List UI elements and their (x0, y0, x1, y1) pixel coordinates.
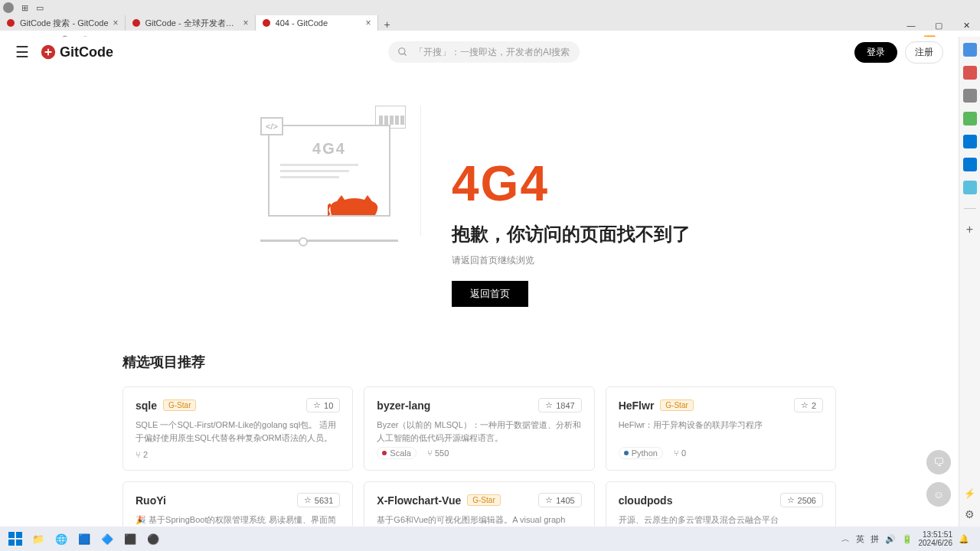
star-button[interactable]: ☆ 2506 (780, 493, 823, 507)
tray-date: 2024/6/26 (919, 539, 953, 547)
star-button[interactable]: ☆ 1847 (538, 398, 581, 412)
browser-tab-1[interactable]: GitCode - 全球开发者的开源社区 × (126, 15, 256, 31)
browser-tabbar: GitCode 搜索 - GitCode × GitCode - 全球开发者的开… (0, 15, 980, 31)
error-subtitle: 请返回首页继续浏览 (452, 254, 691, 267)
taskbar-app-icon[interactable]: 🟦 (74, 530, 95, 548)
sidepanel-add-button[interactable]: + (966, 223, 973, 236)
back-home-button[interactable]: 返回首页 (452, 281, 528, 307)
sidepanel-search-icon[interactable] (963, 43, 977, 57)
star-button[interactable]: ☆ 1405 (538, 493, 581, 507)
taskbar-obs-icon[interactable]: ⚫ (142, 530, 164, 548)
browser-tab-0[interactable]: GitCode 搜索 - GitCode × (0, 15, 126, 31)
tab-close-icon[interactable]: × (243, 18, 249, 28)
brand-logo-link[interactable]: GitCode (40, 44, 113, 60)
tray-chevron-icon[interactable]: ︿ (841, 533, 850, 545)
login-button[interactable]: 登录 (854, 42, 897, 63)
svg-point-2 (263, 19, 270, 27)
project-language: Scala (377, 447, 416, 459)
sidepanel-tools-icon[interactable] (963, 89, 977, 103)
sidepanel-shopping-icon[interactable] (963, 66, 977, 80)
taskbar-edge-icon[interactable]: 🌐 (51, 530, 72, 548)
register-button[interactable]: 注册 (905, 41, 943, 64)
tab-actions-icon[interactable]: ▭ (34, 2, 46, 14)
svg-rect-7 (8, 540, 15, 546)
gitcode-favicon-icon (262, 18, 271, 28)
project-name: sqle (136, 399, 157, 412)
svg-point-1 (132, 19, 140, 27)
hamburger-menu-icon[interactable]: ☰ (15, 43, 29, 61)
tab-close-icon[interactable]: × (113, 18, 119, 28)
help-button[interactable]: ☺ (926, 482, 951, 507)
error-title: 抱歉，你访问的页面找不到了 (452, 222, 691, 246)
svg-rect-6 (16, 532, 22, 538)
profile-icon[interactable] (3, 2, 14, 13)
tray-ime-mode[interactable]: 拼 (871, 533, 879, 545)
project-description: 🎉 基于SpringBoot的权限管理系统 易读易懂、界面简洁美观。 核心技术采… (136, 514, 340, 527)
fork-count: ⑂ 2 (136, 450, 148, 459)
tray-ime-lang[interactable]: 英 (856, 533, 864, 545)
star-count: 5631 (315, 496, 333, 505)
tray-clock[interactable]: 13:51:51 2024/6/26 (919, 530, 953, 547)
project-description: Byzer（以前的 MLSQL）：一种用于数据管道、分析和人工智能的低代码开源编… (377, 419, 581, 442)
project-description: 基于G6和Vue的可视化图形编辑器。A visual graph editor … (377, 514, 581, 527)
svg-rect-8 (16, 540, 22, 546)
search-input[interactable]: 「开搜」：一搜即达，开发者的AI搜索 (388, 41, 580, 63)
svg-point-0 (7, 19, 15, 27)
gitcode-logo-icon (40, 44, 57, 60)
project-name: X-Flowchart-Vue (377, 494, 461, 507)
svg-rect-5 (8, 532, 15, 538)
brand-name: GitCode (60, 44, 113, 60)
sidepanel-office-icon[interactable] (963, 135, 977, 148)
star-count: 10 (324, 401, 333, 410)
window-minimize-button[interactable]: — (897, 21, 925, 31)
star-button[interactable]: ☆ 10 (306, 398, 340, 412)
sidepanel-outlook-icon[interactable] (963, 158, 977, 171)
featured-cards-grid: sqle G-Star ☆ 10 SQLE 一个SQL-First/ORM-Li… (122, 386, 836, 527)
project-card[interactable]: sqle G-Star ☆ 10 SQLE 一个SQL-First/ORM-Li… (122, 386, 353, 471)
tray-notifications-icon[interactable]: 🔔 (959, 534, 969, 544)
star-count: 1847 (556, 401, 574, 410)
tray-volume-icon[interactable]: 🔊 (885, 534, 896, 544)
fork-count: ⑂ 0 (674, 448, 686, 458)
project-card[interactable]: byzer-lang ☆ 1847 Byzer（以前的 MLSQL）：一种用于数… (364, 386, 594, 471)
project-card[interactable]: cloudpods ☆ 2506 开源、云原生的多云管理及混合云融合平台 Go … (606, 481, 836, 527)
illus-code-badge: </> (260, 117, 283, 135)
system-tray: ︿ 英 拼 🔊 🔋 13:51:51 2024/6/26 🔔 (841, 530, 976, 547)
project-language: Python (619, 447, 663, 459)
taskbar-explorer-icon[interactable]: 📁 (28, 530, 49, 548)
taskbar-app-icon[interactable]: 🔷 (96, 530, 118, 548)
cat-icon (328, 187, 381, 217)
tab-title: GitCode 搜索 - GitCode (20, 18, 109, 29)
error-code: 4G4 (452, 159, 691, 208)
window-close-button[interactable]: ✕ (952, 21, 980, 31)
sidepanel-app-icon[interactable] (963, 181, 977, 194)
window-maximize-button[interactable]: ▢ (925, 21, 952, 31)
project-description: HeFlwr：用于异构设备的联邦学习程序 (619, 419, 823, 442)
search-placeholder: 「开搜」：一搜即达，开发者的AI搜索 (414, 46, 570, 59)
star-count: 1405 (556, 496, 574, 505)
project-card[interactable]: X-Flowchart-Vue G-Star ☆ 1405 基于G6和Vue的可… (364, 481, 594, 527)
tray-battery-icon[interactable]: 🔋 (902, 534, 913, 544)
windows-taskbar: 📁 🌐 🟦 🔷 ⬛ ⚫ ︿ 英 拼 🔊 🔋 13:51:51 2024/6/26… (0, 527, 980, 551)
sidepanel-games-icon[interactable] (963, 112, 977, 126)
project-name: cloudpods (619, 494, 673, 507)
project-card[interactable]: RuoYi ☆ 5631 🎉 基于SpringBoot的权限管理系统 易读易懂、… (122, 481, 353, 527)
tab-close-icon[interactable]: × (366, 18, 371, 28)
sidepanel-more-icon[interactable]: ⚡ (964, 488, 975, 499)
project-card[interactable]: HeFlwr G-Star ☆ 2 HeFlwr：用于异构设备的联邦学习程序 P… (606, 386, 836, 471)
taskbar-terminal-icon[interactable]: ⬛ (119, 530, 141, 548)
illus-404-text: 4G4 (270, 140, 389, 158)
star-button[interactable]: ☆ 5631 (297, 493, 340, 507)
browser-tab-2[interactable]: 404 - GitCode × (256, 15, 378, 31)
error-hero: </> 4G4 4G4 抱歉，你访问的页面找不到了 请返回首页继续浏览 返回首页 (0, 67, 959, 353)
project-description: SQLE 一个SQL-First/ORM-Like的golang sql包。 适… (136, 419, 340, 445)
project-description: 开源、云原生的多云管理及混合云融合平台 (619, 514, 823, 527)
sidepanel-settings-icon[interactable]: ⚙ (965, 508, 975, 520)
star-button[interactable]: ☆ 2 (794, 398, 823, 412)
new-tab-button[interactable]: + (378, 18, 397, 31)
workspaces-icon[interactable]: ⊞ (18, 2, 31, 14)
start-button[interactable] (5, 530, 26, 548)
gstar-badge: G-Star (163, 399, 196, 411)
feedback-button[interactable]: 🗨 (926, 450, 951, 474)
star-count: 2 (812, 401, 816, 410)
